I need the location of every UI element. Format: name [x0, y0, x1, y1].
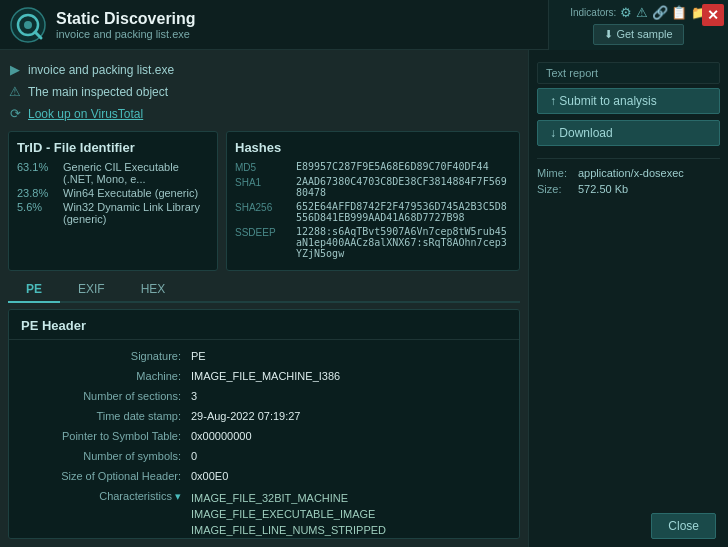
warning-icon: ⚠: [8, 84, 22, 99]
characteristics-label: Characteristics ▾: [21, 490, 191, 503]
tabs-bar: PE EXIF HEX: [8, 277, 520, 303]
text-report-area: Text report: [537, 62, 720, 84]
main-object-label: The main inspected object: [28, 85, 168, 99]
tab-pe[interactable]: PE: [8, 277, 60, 303]
bottom-bar: Close: [639, 505, 728, 547]
size-row: Size: 572.50 Kb: [537, 183, 720, 195]
hash-row-sha256: SHA256 652E64AFFD8742F2F479536D745A2B3C5…: [235, 201, 511, 223]
filename-label: invoice and packing list.exe: [28, 63, 174, 77]
hash-row-sha1: SHA1 2AAD67380C4703C8DE38CF3814884F7F569…: [235, 176, 511, 198]
hash-row-ssdeep: SSDEEP 12288:s6AqTBvt5907A6Vn7cep8tW5rub…: [235, 226, 511, 259]
virustotal-row[interactable]: ⟳ Look up on VirusTotal: [8, 104, 520, 123]
trid-row-2: 5.6% Win32 Dynamic Link Library (generic…: [17, 201, 209, 225]
pe-field-opt-header-size: Size of Optional Header: 0x00E0: [21, 470, 507, 482]
pe-header-title: PE Header: [9, 310, 519, 340]
trid-row-0: 63.1% Generic CIL Executable (.NET, Mono…: [17, 161, 209, 185]
hash-row-md5: MD5 E89957C287F9E5A68E6D89C70F40DF44: [235, 161, 511, 173]
char-1: IMAGE_FILE_EXECUTABLE_IMAGE: [191, 506, 507, 522]
pe-field-characteristics: Characteristics ▾ IMAGE_FILE_32BIT_MACHI…: [21, 490, 507, 539]
left-panel: ▶ invoice and packing list.exe ⚠ The mai…: [0, 50, 528, 547]
pe-field-symbol-ptr: Pointer to Symbol Table: 0x00000000: [21, 430, 507, 442]
char-3: IMAGE_FILE_LOCAL_SYMS_STRIPPED: [191, 538, 507, 539]
app-title-block: Static Discovering invoice and packing l…: [56, 10, 196, 40]
pe-field-num-symbols: Number of symbols: 0: [21, 450, 507, 462]
indicators-label: Indicators: ⚙ ⚠ 🔗 📋 📁: [570, 5, 707, 20]
close-x-button[interactable]: ✕: [702, 4, 724, 26]
char-0: IMAGE_FILE_32BIT_MACHINE: [191, 490, 507, 506]
tab-exif[interactable]: EXIF: [60, 277, 123, 303]
pe-field-num-sections: Number of sections: 3: [21, 390, 507, 402]
main-object-row: ⚠ The main inspected object: [8, 82, 520, 101]
right-action-buttons: ↑ Submit to analysis ↓ Download: [537, 88, 720, 146]
filename-row: ▶ invoice and packing list.exe: [8, 60, 520, 79]
pe-content: PE Header Signature: PE Machine: IMAGE_F…: [8, 309, 520, 539]
indicator-icons: ⚙ ⚠ 🔗 📋 📁: [620, 5, 706, 20]
trid-title: TrID - File Identifier: [17, 140, 209, 155]
pe-field-signature: Signature: PE: [21, 350, 507, 362]
app-title: Static Discovering: [56, 10, 196, 28]
submit-analysis-button[interactable]: ↑ Submit to analysis: [537, 88, 720, 114]
trid-row-1: 23.8% Win64 Executable (generic): [17, 187, 209, 199]
virustotal-link[interactable]: Look up on VirusTotal: [28, 107, 143, 121]
pe-field-timestamp: Time date stamp: 29-Aug-2022 07:19:27: [21, 410, 507, 422]
link-icon: ⟳: [8, 106, 22, 121]
app-logo: [10, 7, 46, 43]
hashes-title: Hashes: [235, 140, 511, 155]
download-button[interactable]: ↓ Download: [537, 120, 720, 146]
indicators-panel: Indicators: ⚙ ⚠ 🔗 📋 📁 ⬇ Get sample: [548, 0, 728, 50]
pe-field-machine: Machine: IMAGE_FILE_MACHINE_I386: [21, 370, 507, 382]
char-2: IMAGE_FILE_LINE_NUMS_STRIPPED: [191, 522, 507, 538]
get-sample-button[interactable]: ⬇ Get sample: [593, 24, 683, 45]
mime-info: Mime: application/x-dosexec Size: 572.50…: [537, 158, 720, 199]
info-split: TrID - File Identifier 63.1% Generic CIL…: [8, 131, 520, 271]
hashes-section: Hashes MD5 E89957C287F9E5A68E6D89C70F40D…: [226, 131, 520, 271]
close-button[interactable]: Close: [651, 513, 716, 539]
file-icon: ▶: [8, 62, 22, 77]
svg-point-3: [24, 21, 32, 29]
trid-section: TrID - File Identifier 63.1% Generic CIL…: [8, 131, 218, 271]
app-subtitle: invoice and packing list.exe: [56, 28, 196, 40]
tab-hex[interactable]: HEX: [123, 277, 184, 303]
mime-row: Mime: application/x-dosexec: [537, 167, 720, 179]
right-panel: Text report ↑ Submit to analysis ↓ Downl…: [528, 50, 728, 547]
pe-fields: Signature: PE Machine: IMAGE_FILE_MACHIN…: [9, 340, 519, 539]
